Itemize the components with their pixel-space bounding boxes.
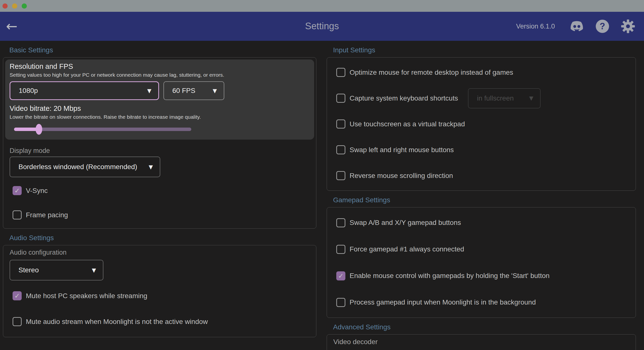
- touchscreen-row: ✓ Use touchscreen as a virtual trackpad: [336, 111, 636, 137]
- reverse-scroll-label: Reverse mouse scrolling direction: [350, 172, 453, 180]
- mute-inactive-checkbox[interactable]: ✓: [12, 317, 22, 326]
- vsync-checkbox[interactable]: ✓: [12, 186, 22, 195]
- fps-dropdown[interactable]: 60 FPS ▼: [164, 81, 224, 100]
- dropdown-arrow-icon: ▼: [147, 88, 152, 94]
- optimize-mouse-label: Optimize mouse for remote desktop instea…: [350, 69, 513, 76]
- resolution-dropdown[interactable]: 1080p ▼: [10, 81, 159, 100]
- optimize-mouse-row: ✓ Optimize mouse for remote desktop inst…: [336, 59, 636, 85]
- gamepad-settings-group: ✓ Swap A/B and X/Y gamepad buttons ✓ For…: [327, 207, 636, 318]
- swap-gamepad-buttons-label: Swap A/B and X/Y gamepad buttons: [350, 219, 461, 227]
- input-settings-group: ✓ Optimize mouse for remote desktop inst…: [327, 57, 636, 191]
- gamepad-background-label: Process gamepad input when Moonlight is …: [350, 298, 536, 306]
- audio-settings-heading: Audio Settings: [9, 234, 316, 242]
- bitrate-help: Lower the bitrate on slower connections.…: [10, 114, 310, 120]
- touchscreen-checkbox[interactable]: ✓: [336, 119, 346, 129]
- header-actions: Version 6.1.0 ?: [516, 12, 635, 41]
- force-gamepad-label: Force gamepad #1 always connected: [350, 245, 464, 253]
- swap-mouse-checkbox[interactable]: ✓: [336, 145, 346, 154]
- audio-configuration-label: Audio configuration: [10, 249, 316, 256]
- gear-icon[interactable]: [621, 19, 635, 33]
- vsync-label: V-Sync: [26, 187, 48, 195]
- macos-titlebar: [0, 0, 644, 12]
- display-mode-value: Borderless windowed (Recommended): [18, 163, 137, 171]
- frame-pacing-label: Frame pacing: [26, 211, 68, 219]
- dropdown-arrow-icon: ▼: [149, 164, 153, 170]
- resolution-fps-row: 1080p ▼ 60 FPS ▼: [10, 81, 310, 100]
- force-gamepad-row: ✓ Force gamepad #1 always connected: [336, 236, 636, 263]
- mute-inactive-label: Mute audio stream when Moonlight is not …: [26, 318, 208, 326]
- swap-gamepad-buttons-row: ✓ Swap A/B and X/Y gamepad buttons: [336, 209, 636, 236]
- dropdown-arrow-icon: ▼: [529, 95, 534, 101]
- gamepad-settings-heading: Gamepad Settings: [333, 196, 636, 204]
- bitrate-slider-fill: [14, 128, 39, 131]
- resolution-fps-title: Resolution and FPS: [10, 62, 310, 71]
- resolution-value: 1080p: [19, 87, 38, 95]
- bitrate-label: Video bitrate: 20 Mbps: [10, 104, 310, 113]
- app-header: ← Settings Version 6.1.0 ?: [0, 12, 644, 41]
- bitrate-slider[interactable]: [14, 124, 191, 135]
- resolution-fps-warning: Setting values too high for your PC or n…: [10, 72, 310, 78]
- mute-host-row: ✓ Mute host PC speakers while streaming: [12, 291, 316, 300]
- bitrate-slider-handle[interactable]: [36, 124, 42, 135]
- optimize-mouse-checkbox[interactable]: ✓: [336, 68, 346, 77]
- mute-host-label: Mute host PC speakers while streaming: [26, 292, 147, 300]
- vsync-row: ✓ V-Sync: [12, 186, 316, 195]
- help-icon[interactable]: ?: [596, 20, 609, 33]
- capture-shortcuts-mode-value: in fullscreen: [477, 94, 514, 102]
- dropdown-arrow-icon: ▼: [213, 88, 217, 94]
- swap-mouse-label: Swap left and right mouse buttons: [350, 146, 454, 154]
- right-settings-column: Input Settings ✓ Optimize mouse for remo…: [327, 41, 636, 350]
- basic-settings-group: Resolution and FPS Setting values too hi…: [3, 57, 316, 229]
- gamepad-mouse-control-checkbox[interactable]: ✓: [336, 271, 346, 280]
- capture-shortcuts-row: ✓ Capture system keyboard shortcuts in f…: [336, 85, 636, 111]
- swap-gamepad-buttons-checkbox[interactable]: ✓: [336, 218, 346, 227]
- minimize-window-button[interactable]: [12, 3, 17, 8]
- version-label: Version 6.1.0: [516, 23, 555, 30]
- dropdown-arrow-icon: ▼: [92, 267, 96, 273]
- touchscreen-label: Use touchscreen as a virtual trackpad: [350, 120, 465, 128]
- gamepad-mouse-control-label: Enable mouse control with gamepads by ho…: [350, 272, 550, 280]
- close-window-button[interactable]: [2, 3, 8, 8]
- reverse-scroll-row: ✓ Reverse mouse scrolling direction: [336, 163, 636, 188]
- audio-configuration-dropdown[interactable]: Stereo ▼: [10, 260, 104, 280]
- left-settings-column: Basic Settings Resolution and FPS Settin…: [3, 41, 316, 337]
- zoom-window-button[interactable]: [22, 3, 27, 8]
- frame-pacing-row: ✓ Frame pacing: [12, 210, 316, 219]
- capture-shortcuts-checkbox[interactable]: ✓: [336, 94, 346, 103]
- frame-pacing-checkbox[interactable]: ✓: [12, 210, 22, 219]
- advanced-settings-heading: Advanced Settings: [333, 323, 636, 331]
- force-gamepad-checkbox[interactable]: ✓: [336, 245, 346, 254]
- check-icon: ✓: [14, 293, 20, 299]
- fps-value: 60 FPS: [172, 87, 195, 95]
- advanced-settings-group: Video decoder: [327, 334, 636, 350]
- mute-inactive-row: ✓ Mute audio stream when Moonlight is no…: [12, 317, 316, 326]
- reverse-scroll-checkbox[interactable]: ✓: [336, 171, 346, 180]
- mute-host-checkbox[interactable]: ✓: [12, 291, 22, 300]
- audio-settings-group: Audio configuration Stereo ▼ ✓ Mute host…: [3, 245, 316, 337]
- check-icon: ✓: [14, 187, 20, 194]
- audio-configuration-value: Stereo: [18, 266, 39, 274]
- discord-icon[interactable]: [570, 21, 584, 32]
- display-mode-dropdown[interactable]: Borderless windowed (Recommended) ▼: [10, 157, 160, 177]
- capture-shortcuts-mode-dropdown: in fullscreen ▼: [468, 88, 540, 108]
- gamepad-background-row: ✓ Process gamepad input when Moonlight i…: [336, 289, 636, 316]
- swap-mouse-row: ✓ Swap left and right mouse buttons: [336, 137, 636, 163]
- capture-shortcuts-label: Capture system keyboard shortcuts: [350, 94, 458, 102]
- gamepad-background-checkbox[interactable]: ✓: [336, 298, 346, 307]
- basic-settings-heading: Basic Settings: [9, 46, 316, 54]
- input-settings-heading: Input Settings: [333, 46, 636, 54]
- gamepad-mouse-control-row: ✓ Enable mouse control with gamepads by …: [336, 263, 636, 289]
- video-decoder-label: Video decoder: [333, 338, 636, 346]
- display-mode-label: Display mode: [10, 147, 316, 155]
- check-icon: ✓: [338, 273, 344, 279]
- resolution-fps-panel[interactable]: Resolution and FPS Setting values too hi…: [5, 59, 314, 140]
- moonlight-settings-window: ← Settings Version 6.1.0 ?: [0, 0, 644, 350]
